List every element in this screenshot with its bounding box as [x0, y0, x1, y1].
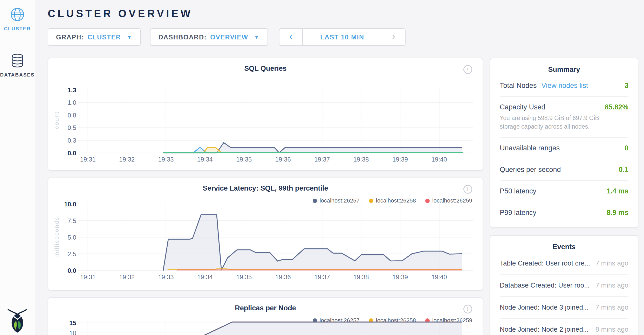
svg-text:19:36: 19:36 — [275, 156, 291, 163]
summary-panel: Summary Total Nodes View nodes list 3 Ca… — [490, 58, 638, 228]
events-body: Table Created: User root cre... 7 mins a… — [490, 252, 638, 335]
svg-text:milliseconds: milliseconds — [53, 217, 60, 257]
replicas-per-node-chart[interactable]: 19:3119:3219:3319:3419:3519:3619:3719:38… — [48, 298, 483, 335]
event-time: 7 mins ago — [595, 303, 628, 311]
graph-dropdown-label: GRAPH: — [56, 33, 84, 41]
summary-row-total-nodes: Total Nodes View nodes list 3 — [500, 75, 628, 97]
sidebar-item-label: DATABASES — [0, 72, 35, 78]
dashboard-dropdown-label: DASHBOARD: — [158, 33, 207, 41]
charts-column: SQL Queries ! 19:3119:3219:3319:3419:351… — [48, 58, 483, 335]
capacity-caption: You are using 598.9 GiB of 697.9 GiB sto… — [500, 114, 619, 131]
svg-text:19:37: 19:37 — [314, 274, 330, 281]
time-forward-button[interactable]: › — [382, 29, 405, 45]
events-title: Events — [490, 243, 638, 251]
sidebar-item-label: CLUSTER — [4, 26, 31, 32]
svg-text:19:33: 19:33 — [158, 156, 174, 163]
dashboard-dropdown-value: OVERVIEW — [210, 33, 248, 41]
svg-text:15: 15 — [69, 319, 76, 326]
svg-text:0.5: 0.5 — [67, 124, 76, 131]
event-text: Node Joined: Node 2 joined... — [500, 325, 589, 333]
svg-text:19:35: 19:35 — [236, 274, 252, 281]
svg-text:19:32: 19:32 — [119, 156, 135, 163]
svg-text:19:34: 19:34 — [197, 274, 213, 281]
graph-dropdown[interactable]: GRAPH: CLUSTER ▼ — [48, 28, 141, 46]
summary-row-label: P99 latency — [500, 209, 536, 217]
summary-row-capacity: Capacity Used 85.82% You are using 598.9… — [500, 97, 628, 138]
event-row: Database Created: User roo... 7 mins ago — [500, 275, 628, 297]
sql-queries-chart[interactable]: 19:3119:3219:3319:3419:3519:3619:3719:38… — [48, 58, 483, 170]
chevron-down-icon: ▼ — [254, 34, 260, 40]
summary-title: Summary — [490, 66, 638, 74]
svg-text:19:32: 19:32 — [119, 274, 135, 281]
time-back-button[interactable]: ‹ — [279, 29, 303, 45]
service-latency-chart[interactable]: 19:3119:3219:3319:3419:3519:3619:3719:38… — [48, 178, 483, 290]
side-column: Summary Total Nodes View nodes list 3 Ca… — [490, 58, 638, 335]
dashboard-content: SQL Queries ! 19:3119:3219:3319:3419:351… — [48, 58, 644, 335]
svg-text:0.0: 0.0 — [67, 267, 76, 274]
sidebar-item-cluster[interactable]: CLUSTER — [0, 0, 35, 32]
events-panel: Events Table Created: User root cre... 7… — [490, 235, 638, 335]
event-row: Node Joined: Node 3 joined... 7 mins ago — [500, 297, 628, 319]
page-title: CLUSTER OVERVIEW — [48, 8, 644, 19]
database-icon — [11, 53, 24, 69]
event-time: 7 mins ago — [595, 281, 628, 289]
event-text: Table Created: User root cre... — [500, 259, 590, 267]
summary-row-label: Total Nodes — [500, 82, 537, 90]
main-content: CLUSTER OVERVIEW GRAPH: CLUSTER ▼ DASHBO… — [35, 0, 644, 335]
summary-row-value: 0 — [625, 144, 628, 152]
svg-text:19:40: 19:40 — [431, 156, 447, 163]
svg-text:19:38: 19:38 — [353, 156, 369, 163]
summary-row-unavailable-ranges: Unavailable ranges 0 — [500, 138, 628, 159]
svg-text:19:34: 19:34 — [197, 156, 213, 163]
summary-row-label: Capacity Used — [500, 103, 545, 111]
sidebar: CLUSTER DATABASES — [0, 0, 35, 335]
svg-text:19:36: 19:36 — [275, 274, 291, 281]
time-range-picker: ‹ LAST 10 MIN › — [279, 28, 406, 46]
time-range-label[interactable]: LAST 10 MIN — [303, 29, 382, 45]
dashboard-dropdown[interactable]: DASHBOARD: OVERVIEW ▼ — [150, 28, 268, 46]
summary-row-p99: P99 latency 8.9 ms — [500, 202, 628, 223]
svg-text:19:33: 19:33 — [158, 274, 174, 281]
sql-queries-panel: SQL Queries ! 19:3119:3219:3319:3419:351… — [48, 58, 483, 171]
view-nodes-list-link[interactable]: View nodes list — [542, 82, 588, 90]
svg-text:19:39: 19:39 — [392, 156, 408, 163]
svg-text:19:39: 19:39 — [392, 274, 408, 281]
controls-bar: GRAPH: CLUSTER ▼ DASHBOARD: OVERVIEW ▼ ‹… — [48, 28, 644, 46]
svg-text:19:40: 19:40 — [431, 274, 447, 281]
graph-dropdown-value: CLUSTER — [88, 33, 121, 41]
service-latency-panel: Service Latency: SQL, 99th percentile ! … — [48, 178, 483, 291]
svg-text:19:38: 19:38 — [353, 274, 369, 281]
svg-text:5.0: 5.0 — [67, 234, 76, 241]
event-row: Node Joined: Node 2 joined... 8 mins ago — [500, 319, 628, 335]
summary-body: Total Nodes View nodes list 3 Capacity U… — [490, 74, 638, 227]
svg-text:19:35: 19:35 — [236, 156, 252, 163]
globe-icon — [10, 7, 25, 23]
event-time: 8 mins ago — [595, 325, 628, 333]
summary-row-p50: P50 latency 1.4 ms — [500, 181, 628, 202]
svg-text:7.5: 7.5 — [67, 217, 76, 224]
cockroach-logo[interactable] — [6, 307, 29, 333]
svg-text:0.3: 0.3 — [67, 137, 76, 144]
svg-text:2.5: 2.5 — [67, 250, 76, 257]
svg-text:1.3: 1.3 — [67, 87, 76, 94]
summary-row-label: Queries per second — [500, 166, 561, 174]
sidebar-item-databases[interactable]: DATABASES — [0, 46, 35, 78]
summary-row-value: 8.9 ms — [607, 209, 628, 217]
summary-row-value: 1.4 ms — [607, 187, 628, 195]
svg-text:19:31: 19:31 — [80, 156, 96, 163]
chevron-down-icon: ▼ — [127, 34, 132, 40]
summary-row-qps: Queries per second 0.1 — [500, 159, 628, 181]
svg-text:19:37: 19:37 — [314, 156, 330, 163]
summary-row-value: 0.1 — [619, 166, 628, 174]
svg-text:10: 10 — [69, 330, 76, 335]
event-row: Table Created: User root cre... 7 mins a… — [500, 253, 628, 275]
summary-row-label: P50 latency — [500, 187, 536, 195]
svg-text:0.8: 0.8 — [67, 112, 76, 119]
svg-text:19:31: 19:31 — [80, 274, 96, 281]
svg-text:0.0: 0.0 — [67, 150, 76, 157]
event-time: 7 mins ago — [595, 259, 628, 267]
replicas-per-node-panel: Replicas per Node ! localhost:26257local… — [48, 297, 483, 335]
svg-text:count: count — [53, 111, 60, 129]
summary-row-label: Unavailable ranges — [500, 144, 560, 152]
app-root: CLUSTER DATABASES CLUSTER OVERVIEW GRAPH… — [0, 0, 644, 335]
